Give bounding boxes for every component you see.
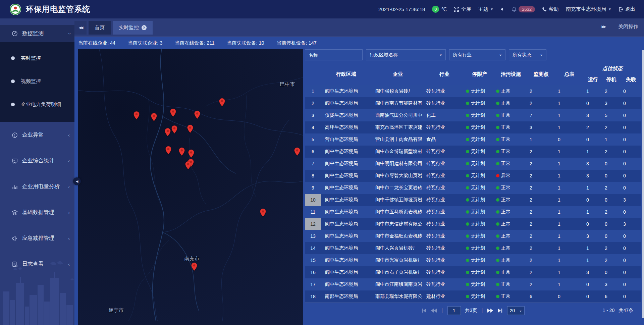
cell-run-count: 0	[584, 278, 602, 290]
notification-area[interactable]: 2632	[512, 6, 535, 12]
table-row[interactable]: 3仪陇生态环境局西南油气田分公司川中化工无计划正常71350	[305, 109, 641, 121]
table-row[interactable]: 4高坪生态环境局南充市高坪区王家店建砖瓦行业无计划正常31220	[305, 121, 641, 133]
tabs-scroll-left-button[interactable]: ◀◀	[74, 21, 87, 35]
map-pin[interactable]	[187, 124, 194, 133]
table-row[interactable]: 10阆中生态环境局阆中千佛镇五郎垭页岩砖瓦行业无计划正常21003	[305, 194, 641, 206]
last-page-button[interactable]	[498, 309, 503, 313]
industry-filter-select[interactable]: 所有行业 ∨	[449, 49, 505, 60]
cell-facility-status: 正常	[495, 206, 527, 218]
status-dot	[496, 247, 499, 250]
table-row[interactable]: 7阆中生态环境局阆中明阳建材有限公司砖瓦行业无计划正常21300	[305, 158, 641, 170]
table-row[interactable]: 17阆中生态环境局阆中市江南镇阆南页岩砖瓦行业无计划正常21030	[305, 278, 641, 290]
page-number-input[interactable]	[447, 306, 461, 315]
fullscreen-button[interactable]: 全屏	[454, 6, 471, 12]
megaphone-icon	[11, 235, 18, 241]
theme-dropdown[interactable]: 主题 ▼	[478, 6, 493, 12]
map-pin[interactable]	[185, 161, 192, 170]
map-pin[interactable]	[165, 128, 171, 137]
chevron-left-icon: ‹	[68, 235, 70, 241]
status-dot	[466, 259, 469, 262]
table-row[interactable]: 12阆中生态环境局阆中市忠信建材有限公砖瓦行业无计划正常21003	[305, 218, 641, 230]
sidebar-group-应急减排管理[interactable]: 应急减排管理‹	[0, 225, 74, 251]
status-dot	[466, 186, 469, 189]
close-operations-button[interactable]: 关闭操作	[618, 23, 638, 30]
map-panel[interactable]: 巴中市南充市遂宁市	[78, 49, 303, 325]
sidebar-group-企业用电量分析[interactable]: 企业用电量分析‹	[0, 174, 74, 200]
status-dot	[496, 126, 499, 129]
cell-industry: 砖瓦行业	[424, 158, 465, 170]
cell-index: 5	[305, 133, 321, 146]
cell-industry: 砖瓦行业	[424, 278, 465, 290]
previous-page-button[interactable]	[431, 309, 437, 313]
status-dot	[496, 174, 499, 177]
cell-run-count: 0	[584, 290, 602, 303]
sidebar-item-视频监控[interactable]: 视频监控	[0, 70, 74, 93]
map-pin[interactable]	[179, 147, 185, 156]
map-pin[interactable]	[133, 111, 140, 120]
map-pin[interactable]	[219, 98, 225, 107]
cell-offline-count: 0	[621, 266, 641, 278]
chevron-down-icon: ∨	[540, 53, 543, 57]
name-filter-input[interactable]	[305, 49, 363, 60]
sidebar-collapse-button[interactable]: ◀	[73, 177, 81, 185]
cell-stop-status: 无计划	[465, 97, 495, 109]
table-row[interactable]: 18南部生态环境局南部县瑞华水泥有限公建材行业无计划正常60060	[305, 290, 641, 303]
table-row[interactable]: 13阆中生态环境局阆中市金福旺页岩机砖砖瓦行业无计划正常21300	[305, 230, 641, 242]
cell-company: 阆中市二龙长宝页岩砖	[371, 182, 424, 194]
cell-stop-status: 无计划	[465, 194, 495, 206]
first-page-button[interactable]	[422, 309, 427, 313]
cell-meter-count: 1	[555, 121, 584, 133]
map-pin[interactable]	[294, 147, 301, 156]
tab-实时监控[interactable]: 实时监控✕	[113, 21, 153, 35]
map-pin[interactable]	[194, 110, 201, 119]
map-pin[interactable]	[191, 262, 198, 271]
cell-stopped-count: 0	[602, 230, 621, 242]
tab-首页[interactable]: 首页	[89, 21, 111, 35]
cell-monitor-count: 2	[527, 85, 555, 97]
region-filter-select[interactable]: 行政区域名称 ∨	[366, 49, 446, 60]
cell-stop-status: 无计划	[465, 230, 495, 242]
column-header-monitor: 监测点	[527, 63, 555, 85]
table-row[interactable]: 1阆中生态环境局阆中强锐页岩砖厂砖瓦行业无计划正常21120	[305, 85, 641, 97]
help-button[interactable]: 帮助	[542, 6, 559, 12]
next-page-button[interactable]	[487, 309, 493, 313]
page-size-select[interactable]: 20 ∨	[507, 306, 525, 315]
table-row[interactable]: 16阆中生态环境局阆中市石子页岩机砖厂砖瓦行业无计划正常21300	[305, 266, 641, 278]
table-row[interactable]: 11阆中生态环境局阆中市五马桥页岩机砖砖瓦行业无计划正常21120	[305, 206, 641, 218]
temperature-badge: 0	[432, 6, 439, 13]
status-filter-select[interactable]: 所有状态 ∨	[509, 49, 546, 60]
status-dot	[496, 150, 499, 153]
vertical-scrollbar[interactable]	[642, 50, 644, 318]
map-pin[interactable]	[165, 146, 172, 155]
map-pin[interactable]	[171, 125, 178, 134]
cell-facility-status: 正常	[495, 290, 527, 303]
sidebar-group-日志查看[interactable]: 日志查看‹	[0, 251, 74, 277]
record-total-label: 共47条	[619, 308, 633, 314]
sidebar-item-实时监控[interactable]: 实时监控	[0, 47, 74, 70]
sidebar-group-数据监测[interactable]: 数据监测‹	[0, 25, 74, 42]
org-dropdown[interactable]: 南充市生态环境局 ▼	[566, 6, 611, 12]
logout-button[interactable]: 退出	[619, 6, 635, 12]
mute-button[interactable]	[500, 7, 505, 11]
map-pin[interactable]	[188, 149, 195, 158]
cell-company: 南部县瑞华水泥有限公	[371, 290, 424, 303]
map-pin[interactable]	[260, 208, 266, 217]
close-icon[interactable]: ✕	[142, 25, 147, 30]
table-row[interactable]: 5营山生态环境局营山县润丰肉食品有限食品无计划正常10010	[305, 133, 641, 146]
sidebar-item-企业电力负荷明细[interactable]: 企业电力负荷明细	[0, 93, 74, 116]
sidebar-group-企业综合统计[interactable]: 企业综合统计‹	[0, 148, 74, 174]
table-row[interactable]: 8阆中生态环境局阆中市枣碧大梁山页岩砖瓦行业无计划异常21300	[305, 170, 641, 182]
sidebar-group-基础数据管理[interactable]: 基础数据管理‹	[0, 200, 74, 225]
table-row[interactable]: 2阆中生态环境局阆中市南方节能建材有砖瓦行业无计划正常21030	[305, 97, 641, 109]
map-pin[interactable]	[151, 113, 157, 121]
table-row[interactable]: 9阆中生态环境局阆中市二龙长宝页岩砖砖瓦行业无计划正常21120	[305, 182, 641, 194]
cell-stopped-count: 2	[602, 146, 621, 158]
table-row[interactable]: 6阆中生态环境局阆中市金博瑞新型墙材砖瓦行业无计划正常21120	[305, 146, 641, 158]
cell-meter-count: 1	[555, 97, 584, 109]
table-row[interactable]: 15阆中生态环境局阆中市光富页岩机砖厂砖瓦行业无计划正常21120	[305, 254, 641, 266]
sidebar-group-企业异常[interactable]: 企业异常‹	[0, 122, 74, 148]
table-row[interactable]: 14阆中生态环境局阆中大兴页岩机砖厂砖瓦行业无计划正常21120	[305, 242, 641, 254]
cell-index: 6	[305, 146, 321, 158]
map-pin[interactable]	[170, 108, 176, 117]
tabs-scroll-right-button[interactable]: ▶▶	[597, 20, 609, 34]
